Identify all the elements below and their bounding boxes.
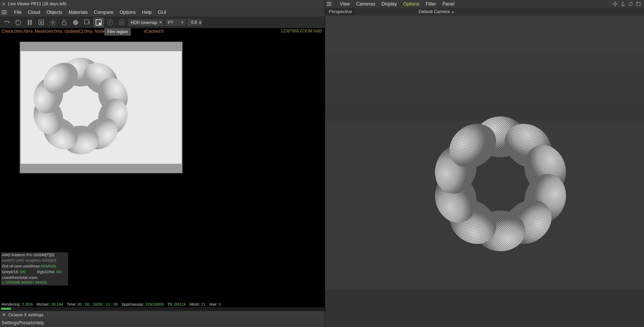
- engine-select[interactable]: PT: [165, 19, 186, 26]
- menu-materials[interactable]: Materials: [65, 9, 91, 16]
- vp-menu-display[interactable]: Display: [378, 1, 400, 7]
- refresh-icon[interactable]: [13, 18, 23, 27]
- svg-point-7: [76, 21, 77, 22]
- add-pass-icon[interactable]: [82, 18, 92, 27]
- live-viewer-toolbar: R F M HDR tonemap PT: [0, 17, 325, 28]
- focus-pick-icon[interactable]: F: [105, 18, 115, 27]
- render-viewport[interactable]: AMD Radeon Pro 5500M[T][0] Intel(R) UHD …: [0, 34, 325, 301]
- settings-menu-presets[interactable]: Presets: [19, 320, 34, 326]
- ms-sec: 28.184: [51, 302, 63, 306]
- vp-menu-filter[interactable]: Filter: [422, 1, 439, 7]
- hair-value: 0: [219, 302, 221, 306]
- gpu1-label: Intel(R) UHD Graphics 630[I][0]: [1, 258, 68, 264]
- render-image: [21, 51, 182, 164]
- svg-rect-0: [28, 20, 29, 25]
- mesh-value: 21: [201, 302, 206, 306]
- svg-text:F: F: [109, 21, 111, 25]
- ooc-row: Out-of-core used/max:0Kb/4Gb: [1, 264, 68, 269]
- svg-text:M: M: [120, 21, 123, 25]
- camera-indicator-icon: ●○: [451, 10, 455, 14]
- viewport-menubar: View Cameras Display Options Filter Pane…: [325, 0, 644, 8]
- live-viewer-menubar: File Cloud Objects Materials Compare Opt…: [0, 8, 325, 17]
- render-statusbar: Rendering: 2.35% Ms/sec: 28.184 Time: 00…: [0, 301, 325, 307]
- rendered-torus: [26, 56, 135, 156]
- menu-cloud[interactable]: Cloud: [25, 9, 43, 16]
- render-region-icon[interactable]: R: [36, 18, 46, 27]
- svg-point-25: [62, 88, 99, 124]
- send-scene-icon[interactable]: [2, 18, 12, 27]
- vp-menu-cameras[interactable]: Cameras: [353, 1, 378, 7]
- octane-settings-titlebar: ✕ Octane X settings: [0, 311, 325, 319]
- viewport-hamburger-icon[interactable]: [327, 1, 333, 7]
- film-region-tooltip: Film region: [104, 28, 131, 36]
- resolution-info: 1236*998 ZOOM:%80: [281, 29, 322, 33]
- rendering-percent: 2.35%: [22, 302, 33, 306]
- grey-rgb-row: Grey8/16: 0/0 Rgb32/64: 0/0: [1, 269, 68, 275]
- film-region-icon[interactable]: [93, 18, 104, 27]
- svg-text:R: R: [40, 21, 43, 25]
- perspective-viewport[interactable]: [325, 16, 644, 327]
- debug-stats: Check:0ms./0ms. MeshGen:0ms. Update[C]:0…: [2, 29, 112, 33]
- octane-settings-title: Octane X settings: [8, 312, 43, 318]
- svg-rect-8: [85, 20, 89, 24]
- render-time: 00 : 00 : 16/00 : 11 : 08: [77, 302, 118, 306]
- exposure-spinner[interactable]: [187, 19, 202, 26]
- material-pick-icon[interactable]: M: [116, 18, 127, 27]
- clay-mode-icon[interactable]: [70, 18, 81, 27]
- svg-rect-10: [99, 23, 101, 25]
- gpu-panel: AMD Radeon Pro 5500M[T][0] Intel(R) UHD …: [1, 252, 68, 286]
- live-viewer-title: Live Viewer PR11 (18 days left): [8, 2, 67, 6]
- anchor-icon[interactable]: [620, 1, 626, 7]
- menu-gui[interactable]: GUI: [155, 9, 169, 16]
- menu-help[interactable]: Help: [139, 9, 155, 16]
- wireframe-torus: [427, 111, 574, 257]
- viewport-pane: View Cameras Display Options Filter Pane…: [325, 0, 644, 327]
- close-icon[interactable]: ✕: [2, 2, 5, 7]
- settings-menu-settings[interactable]: Settings: [2, 320, 19, 326]
- menu-file[interactable]: File: [11, 9, 25, 16]
- svg-point-6: [73, 20, 78, 25]
- tri-value: 0/611k: [174, 302, 186, 306]
- hamburger-icon[interactable]: [2, 9, 9, 16]
- spinner-down-icon[interactable]: [199, 23, 201, 24]
- menu-options[interactable]: Options: [116, 9, 139, 16]
- live-viewer-titlebar: ✕ Live Viewer PR11 (18 days left): [0, 0, 325, 8]
- svg-rect-5: [62, 22, 66, 25]
- menu-objects[interactable]: Objects: [43, 9, 65, 16]
- maximize-icon[interactable]: [635, 1, 642, 7]
- pause-icon[interactable]: [25, 18, 35, 27]
- camera-label: Default Camera ●○: [419, 9, 455, 14]
- vp-menu-view[interactable]: View: [337, 1, 353, 7]
- move-icon[interactable]: [612, 1, 618, 7]
- vp-menu-panel[interactable]: Panel: [439, 1, 457, 7]
- menu-compare[interactable]: Compare: [91, 9, 116, 16]
- render-frame: [20, 42, 183, 173]
- settings-menu-help[interactable]: Help: [34, 320, 44, 326]
- sync-icon[interactable]: [628, 1, 634, 7]
- settings-gear-icon[interactable]: [47, 18, 58, 27]
- gpu0-label: AMD Radeon Pro 5500M[T][0]: [1, 252, 68, 258]
- tab-perspective[interactable]: Perspective: [325, 8, 356, 15]
- spinner-up-icon[interactable]: [199, 21, 201, 22]
- live-viewer-pane: ✕ Live Viewer PR11 (18 days left) File C…: [0, 0, 325, 327]
- svg-rect-1: [30, 20, 32, 25]
- octane-settings-menubar: Settings Presets Help: [0, 319, 325, 327]
- spp-value: 376/16000: [145, 302, 164, 306]
- lock-icon[interactable]: [59, 18, 69, 27]
- vram-row: Used/free/total vram: 1.025Gb/6.96Gb/7.9…: [1, 275, 68, 286]
- tonemap-select[interactable]: HDR tonemap: [128, 19, 164, 26]
- exposure-input[interactable]: [187, 20, 198, 25]
- debug-line: Check:0ms./0ms. MeshGen:0ms. Update[C]:0…: [0, 28, 325, 34]
- svg-point-4: [52, 22, 54, 24]
- render-progressbar: [1, 308, 16, 310]
- vp-menu-options[interactable]: Options: [400, 1, 422, 7]
- close-settings-icon[interactable]: ✕: [2, 312, 6, 318]
- debug-cache: xCached:0: [144, 29, 164, 33]
- svg-point-48: [476, 160, 524, 208]
- viewport-tabbar: Perspective Default Camera ●○: [325, 8, 644, 16]
